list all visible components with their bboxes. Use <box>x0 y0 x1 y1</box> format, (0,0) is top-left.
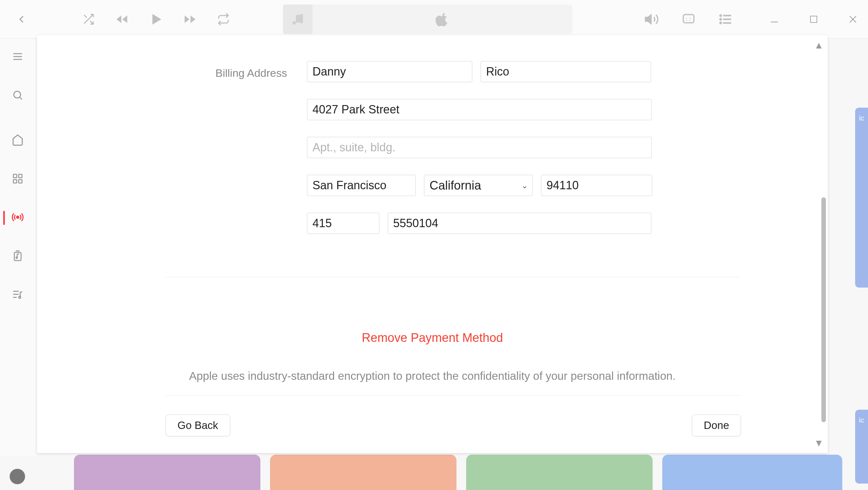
svg-point-25 <box>14 91 21 98</box>
last-name-input[interactable] <box>480 61 651 82</box>
search-icon[interactable] <box>8 86 27 105</box>
home-icon[interactable] <box>8 130 27 150</box>
svg-rect-30 <box>19 179 22 183</box>
svg-line-26 <box>20 97 22 100</box>
shuffle-icon[interactable] <box>82 13 95 26</box>
bg-tile <box>270 455 457 490</box>
svg-line-2 <box>84 15 87 18</box>
library-icon[interactable] <box>8 246 27 265</box>
city-input[interactable] <box>307 175 416 196</box>
lyrics-icon[interactable] <box>682 12 696 26</box>
svg-point-37 <box>19 296 21 298</box>
svg-marker-6 <box>191 15 195 23</box>
volume-icon[interactable] <box>644 12 659 27</box>
phone-area-input[interactable] <box>307 213 379 234</box>
side-peek: ic <box>855 108 868 288</box>
svg-point-8 <box>292 21 296 25</box>
remove-payment-link[interactable]: Remove Payment Method <box>362 331 503 345</box>
divider <box>165 277 741 277</box>
svg-point-31 <box>17 216 19 219</box>
window-controls <box>769 0 858 38</box>
minimize-icon[interactable] <box>769 14 780 25</box>
menu-icon[interactable] <box>8 47 27 66</box>
street-address-input[interactable] <box>307 99 652 120</box>
svg-rect-11 <box>683 14 694 23</box>
modal-scrollbar[interactable]: ▲ ▼ <box>812 40 826 449</box>
apple-logo-icon <box>312 12 572 26</box>
app-topbar <box>0 0 868 38</box>
now-playing-bar <box>283 4 572 34</box>
svg-rect-27 <box>13 174 17 178</box>
done-button[interactable]: Done <box>692 415 741 436</box>
bg-tile <box>466 455 653 490</box>
apt-suite-input[interactable] <box>307 137 652 158</box>
repeat-icon[interactable] <box>217 13 230 26</box>
close-icon[interactable] <box>847 14 858 25</box>
svg-point-15 <box>720 15 721 17</box>
maximize-icon[interactable] <box>809 14 818 24</box>
account-avatar[interactable] <box>10 469 25 484</box>
billing-address-label: Billing Address <box>215 67 287 79</box>
fast-forward-icon[interactable] <box>182 13 198 26</box>
svg-marker-5 <box>152 14 161 25</box>
scroll-down-icon[interactable]: ▼ <box>814 437 824 449</box>
svg-marker-4 <box>123 15 127 23</box>
queue-list-icon[interactable] <box>718 12 733 27</box>
play-icon[interactable] <box>149 12 163 26</box>
album-art-placeholder <box>283 4 312 34</box>
scroll-thumb[interactable] <box>822 197 826 422</box>
radio-icon[interactable] <box>8 207 27 227</box>
bg-tile <box>662 455 842 490</box>
transport-controls <box>82 0 230 38</box>
side-peek: ic <box>855 410 868 484</box>
svg-marker-3 <box>116 15 121 23</box>
svg-point-9 <box>300 20 303 24</box>
go-back-button[interactable]: Go Back <box>165 415 230 436</box>
svg-rect-29 <box>13 179 17 183</box>
bg-tile <box>74 455 260 490</box>
left-sidebar <box>0 38 35 456</box>
playlist-icon[interactable] <box>8 285 27 304</box>
privacy-text: Apple uses industry-standard encryption … <box>146 369 718 382</box>
svg-point-16 <box>720 19 721 20</box>
phone-number-input[interactable] <box>388 213 651 234</box>
first-name-input[interactable] <box>307 61 472 82</box>
svg-rect-28 <box>19 174 22 178</box>
svg-marker-10 <box>646 15 651 24</box>
browse-icon[interactable] <box>8 169 27 188</box>
svg-point-17 <box>720 23 721 24</box>
svg-marker-7 <box>185 15 189 23</box>
account-modal: ▲ ▼ Billing Address <box>37 35 828 453</box>
rewind-icon[interactable] <box>114 13 129 26</box>
svg-rect-19 <box>810 16 817 23</box>
back-arrow-icon[interactable] <box>16 13 28 25</box>
scroll-up-icon[interactable]: ▲ <box>814 40 824 51</box>
zip-input[interactable] <box>541 175 652 196</box>
state-select[interactable]: California <box>424 175 533 196</box>
topbar-right-controls <box>644 0 733 38</box>
